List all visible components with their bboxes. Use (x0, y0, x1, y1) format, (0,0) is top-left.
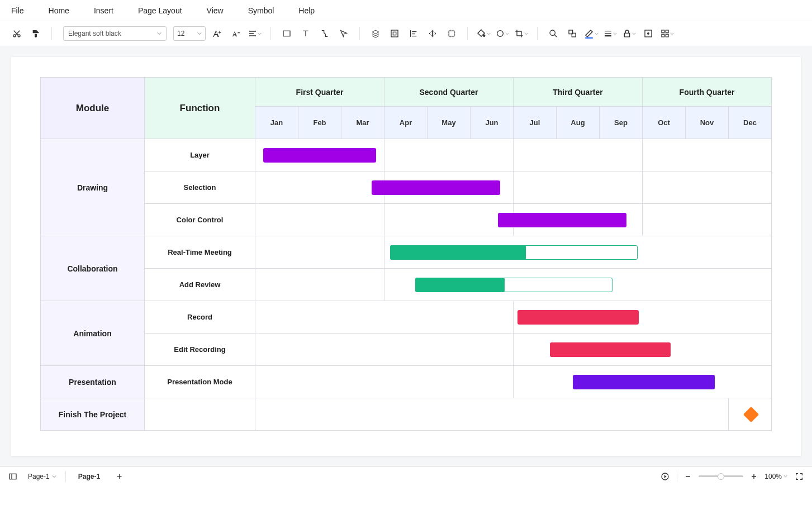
rectangle-tool-icon[interactable] (279, 26, 295, 41)
header-sep: Sep (600, 107, 643, 139)
fullscreen-icon[interactable] (793, 470, 805, 483)
chevron-down-icon (783, 474, 787, 478)
connector-tool-icon[interactable] (317, 26, 333, 41)
chevron-down-icon (258, 32, 262, 36)
page-tab[interactable]: Page-1 (70, 469, 108, 484)
zoom-in-button[interactable] (749, 471, 759, 482)
bar-record[interactable] (517, 310, 639, 325)
bar-presentation[interactable] (573, 375, 715, 389)
zoom-value[interactable]: 100% (764, 473, 787, 480)
group-icon[interactable] (387, 26, 402, 41)
module-finish: Finish The Project (41, 398, 145, 431)
bar-selection[interactable] (372, 180, 500, 195)
menu-insert[interactable]: Insert (87, 3, 120, 18)
menu-symbol[interactable]: Symbol (241, 3, 281, 18)
bar-area[interactable] (384, 171, 514, 204)
module-animation: Animation (41, 301, 145, 366)
bar-area[interactable] (514, 366, 772, 398)
canvas-area[interactable]: Module Function First Quarter Second Qua… (0, 46, 812, 467)
header-mar: Mar (341, 107, 384, 139)
chevron-down-icon (505, 32, 509, 36)
zoom-slider[interactable] (699, 475, 743, 477)
chevron-down-icon (487, 32, 491, 36)
menubar: File Home Insert Page Layout View Symbol… (0, 0, 812, 21)
bar-area[interactable] (255, 139, 384, 171)
menu-file[interactable]: File (4, 3, 31, 18)
bar-area[interactable] (384, 236, 772, 269)
separator (467, 27, 468, 40)
panel-toggle-icon[interactable] (7, 470, 19, 483)
crop-icon[interactable] (514, 26, 529, 41)
frame-icon[interactable] (444, 26, 459, 41)
menu-view[interactable]: View (200, 3, 230, 18)
svg-rect-12 (624, 33, 629, 37)
separator (270, 27, 271, 40)
menu-home[interactable]: Home (42, 3, 76, 18)
table-row: Color Control (41, 204, 772, 236)
align-dropdown[interactable] (247, 26, 263, 41)
milestone-finish[interactable] (743, 406, 759, 422)
font-family-select[interactable]: Elegant soft black (63, 26, 167, 41)
bar-area[interactable] (514, 334, 772, 366)
bar-area[interactable] (384, 269, 772, 301)
bar-area[interactable] (514, 301, 772, 334)
text-tool-icon[interactable] (298, 26, 314, 41)
line-weight-icon[interactable] (602, 26, 618, 41)
bar-realtime-fill[interactable] (390, 245, 525, 260)
table-row: Animation Record (41, 301, 772, 334)
font-family-value: Elegant soft black (68, 30, 121, 37)
status-bar: Page-1 Page-1 + 100% (0, 466, 812, 485)
format-painter-icon[interactable] (28, 26, 44, 41)
canvas-page[interactable]: Module Function First Quarter Second Qua… (11, 57, 801, 456)
chevron-down-icon (613, 32, 617, 36)
font-size-select[interactable]: 12 (173, 26, 206, 41)
bar-edit-recording[interactable] (550, 342, 671, 357)
align-left-icon[interactable] (406, 26, 421, 41)
svg-point-14 (648, 33, 649, 35)
separator (537, 27, 538, 40)
bar-area[interactable] (514, 204, 643, 236)
gantt-chart: Module Function First Quarter Second Qua… (40, 77, 772, 431)
chevron-down-icon (52, 474, 56, 479)
function-finish (145, 398, 255, 431)
page-selector[interactable]: Page-1 (23, 470, 61, 483)
header-aug: Aug (557, 107, 600, 139)
bar-area[interactable] (729, 398, 772, 431)
components-icon[interactable] (659, 26, 675, 41)
svg-point-0 (13, 35, 16, 37)
layers-icon[interactable] (368, 26, 383, 41)
menu-help[interactable]: Help (292, 3, 321, 18)
lock-icon[interactable] (621, 26, 637, 41)
play-icon[interactable] (659, 470, 671, 483)
bar-color-control[interactable] (498, 213, 626, 227)
fill-color-icon[interactable] (476, 26, 491, 41)
header-dec: Dec (729, 107, 772, 139)
line-color-icon[interactable] (583, 26, 599, 41)
decrease-font-icon[interactable] (228, 26, 244, 41)
header-jun: Jun (471, 107, 514, 139)
shadow-icon[interactable] (495, 26, 510, 41)
cut-icon[interactable] (9, 26, 25, 41)
chevron-down-icon (197, 31, 202, 36)
focus-icon[interactable] (640, 26, 656, 41)
table-row: Add Review (41, 269, 772, 301)
menu-page-layout[interactable]: Page Layout (131, 3, 189, 18)
table-row: Collaboration Real-Time Meeting (41, 236, 772, 269)
svg-rect-17 (662, 34, 664, 37)
replace-icon[interactable] (564, 26, 580, 41)
flip-horizontal-icon[interactable] (425, 26, 440, 41)
bar-layer[interactable] (263, 148, 376, 163)
search-icon[interactable] (545, 26, 561, 41)
separator (359, 27, 360, 40)
module-presentation: Presentation (41, 366, 145, 398)
pointer-tool-icon[interactable] (336, 26, 352, 41)
bar-addreview-fill[interactable] (415, 278, 504, 292)
table-row: Presentation Presentation Mode (41, 366, 772, 398)
separator (65, 471, 66, 482)
header-may: May (428, 107, 471, 139)
zoom-slider-knob[interactable] (718, 473, 724, 480)
add-page-button[interactable]: + (112, 471, 126, 482)
zoom-out-button[interactable] (683, 471, 693, 482)
chevron-down-icon (157, 31, 162, 36)
increase-font-icon[interactable] (209, 26, 225, 41)
